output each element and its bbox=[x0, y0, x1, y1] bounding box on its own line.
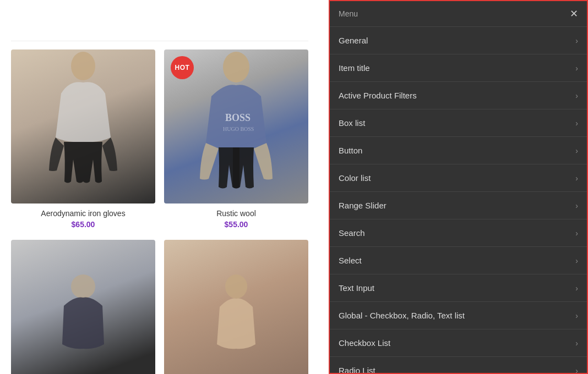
menu-item-color-list[interactable]: Color list› bbox=[330, 164, 587, 192]
menu-item-global-checkbox[interactable]: Global - Checkbox, Radio, Text list› bbox=[330, 302, 587, 329]
menu-item-label-radio-list: Radio List bbox=[339, 366, 375, 373]
menu-item-box-list[interactable]: Box list› bbox=[330, 109, 587, 137]
menu-item-item-title[interactable]: Item title› bbox=[330, 54, 587, 82]
menu-title: Menu bbox=[339, 9, 358, 18]
menu-item-label-active-product-filters: Active Product Filters bbox=[339, 91, 417, 100]
top-bar bbox=[11, 11, 308, 41]
menu-item-label-box-list: Box list bbox=[339, 118, 365, 128]
menu-item-label-select: Select bbox=[339, 256, 362, 265]
menu-item-active-product-filters[interactable]: Active Product Filters› bbox=[330, 82, 587, 109]
menu-item-checkbox-list[interactable]: Checkbox List› bbox=[330, 329, 587, 357]
menu-items-list: General›Item title›Active Product Filter… bbox=[330, 27, 587, 373]
chevron-icon-checkbox-list: › bbox=[575, 339, 578, 348]
woman-silhouette-2 bbox=[45, 273, 122, 361]
menu-item-label-range-slider: Range Slider bbox=[339, 201, 386, 210]
product-card-2[interactable]: HOT BOSS HUGO BOSS Rustic wool $55.00 bbox=[164, 50, 308, 229]
hot-badge: HOT bbox=[171, 56, 194, 79]
close-button[interactable]: ✕ bbox=[570, 9, 578, 19]
menu-item-search[interactable]: Search› bbox=[330, 219, 587, 247]
menu-item-select[interactable]: Select› bbox=[330, 247, 587, 274]
chevron-icon-box-list: › bbox=[575, 119, 578, 128]
chevron-icon-text-input: › bbox=[575, 284, 578, 293]
menu-header: Menu ✕ bbox=[330, 1, 587, 27]
svg-text:HUGO BOSS: HUGO BOSS bbox=[223, 126, 254, 132]
man-silhouette: BOSS HUGO BOSS bbox=[198, 50, 275, 204]
product-card-4[interactable] bbox=[164, 240, 308, 374]
menu-item-label-text-input: Text Input bbox=[339, 283, 374, 293]
menu-item-text-input[interactable]: Text Input› bbox=[330, 274, 587, 302]
chevron-icon-global-checkbox: › bbox=[575, 311, 578, 320]
product-card-3[interactable] bbox=[11, 240, 155, 374]
svg-point-4 bbox=[71, 274, 95, 299]
chevron-icon-range-slider: › bbox=[575, 201, 578, 210]
menu-item-range-slider[interactable]: Range Slider› bbox=[330, 192, 587, 219]
menu-panel: Menu ✕ General›Item title›Active Product… bbox=[329, 0, 588, 374]
woman-silhouette-1 bbox=[45, 50, 122, 204]
chevron-icon-radio-list: › bbox=[575, 366, 578, 373]
chevron-icon-active-product-filters: › bbox=[575, 91, 578, 100]
svg-point-1 bbox=[223, 52, 249, 82]
product-name-2: Rustic wool bbox=[164, 209, 308, 218]
chevron-icon-search: › bbox=[575, 229, 578, 238]
svg-text:BOSS: BOSS bbox=[225, 112, 251, 123]
menu-item-label-item-title: Item title bbox=[339, 63, 370, 73]
menu-item-label-color-list: Color list bbox=[339, 173, 371, 183]
woman-silhouette-3 bbox=[198, 273, 275, 361]
menu-item-label-search: Search bbox=[339, 228, 365, 238]
menu-item-label-checkbox-list: Checkbox List bbox=[339, 338, 390, 348]
menu-item-label-general: General bbox=[339, 36, 368, 45]
svg-point-5 bbox=[225, 274, 247, 299]
product-grid: Aerodynamic iron gloves $65.00 HOT BOSS … bbox=[0, 0, 319, 374]
product-row-2 bbox=[11, 240, 308, 374]
product-image-2: HOT BOSS HUGO BOSS bbox=[164, 50, 308, 204]
product-card-1[interactable]: Aerodynamic iron gloves $65.00 bbox=[11, 50, 155, 229]
menu-item-button[interactable]: Button› bbox=[330, 137, 587, 164]
product-image-1 bbox=[11, 50, 155, 204]
chevron-icon-button: › bbox=[575, 146, 578, 155]
product-name-1: Aerodynamic iron gloves bbox=[11, 209, 155, 218]
menu-item-label-global-checkbox: Global - Checkbox, Radio, Text list bbox=[339, 311, 465, 320]
menu-item-general[interactable]: General› bbox=[330, 27, 587, 54]
product-image-4 bbox=[164, 240, 308, 374]
svg-point-0 bbox=[71, 52, 95, 80]
menu-item-label-button: Button bbox=[339, 146, 362, 155]
product-price-2: $55.00 bbox=[164, 220, 308, 229]
chevron-icon-color-list: › bbox=[575, 174, 578, 183]
chevron-icon-select: › bbox=[575, 256, 578, 265]
menu-item-radio-list[interactable]: Radio List› bbox=[330, 357, 587, 373]
product-image-3 bbox=[11, 240, 155, 374]
chevron-icon-general: › bbox=[575, 36, 578, 45]
product-row-1: Aerodynamic iron gloves $65.00 HOT BOSS … bbox=[11, 50, 308, 229]
product-price-1: $65.00 bbox=[11, 220, 155, 229]
chevron-icon-item-title: › bbox=[575, 64, 578, 73]
